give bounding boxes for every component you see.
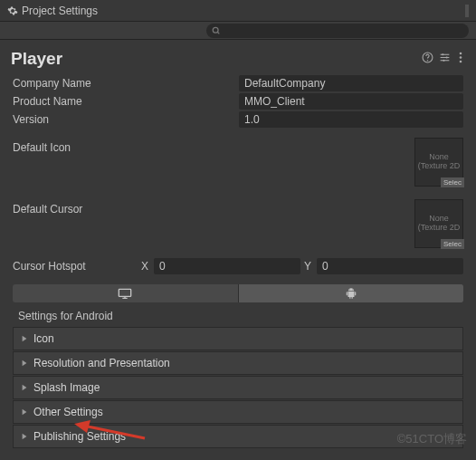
default-cursor-picker[interactable]: None (Texture 2D Selec [414, 199, 463, 248]
icon-select-button[interactable]: Selec [441, 177, 464, 187]
cursor-select-button[interactable]: Selec [441, 239, 464, 249]
chevron-right-icon [21, 384, 28, 391]
version-input[interactable] [239, 111, 463, 128]
version-label: Version [13, 113, 239, 126]
page-header: Player [0, 40, 476, 74]
svg-rect-5 [441, 57, 450, 58]
window-title: Project Settings [22, 5, 98, 17]
company-name-input[interactable] [239, 75, 463, 91]
svg-point-0 [213, 27, 218, 33]
product-name-row: Product Name [0, 92, 476, 110]
svg-rect-13 [119, 289, 131, 296]
svg-point-3 [427, 60, 428, 61]
svg-rect-4 [441, 54, 450, 55]
default-cursor-label: Default Cursor [13, 199, 239, 248]
default-icon-row: Default Icon None (Texture 2D Selec [0, 134, 476, 190]
cursor-hotspot-label: Cursor Hotspot [13, 260, 141, 273]
help-icon[interactable] [422, 52, 433, 66]
drag-handle-icon[interactable] [465, 5, 469, 17]
cursor-type-text: (Texture 2D [418, 224, 461, 233]
window-tab-bar: Project Settings [0, 0, 476, 22]
version-row: Version [0, 110, 476, 129]
page-title: Player [11, 49, 62, 69]
chevron-right-icon [21, 433, 28, 440]
chevron-right-icon [21, 335, 28, 342]
menu-icon[interactable] [456, 52, 465, 66]
platform-tabs [13, 284, 463, 302]
search-input[interactable] [206, 24, 469, 38]
product-name-input[interactable] [239, 93, 463, 110]
default-cursor-row: Default Cursor None (Texture 2D Selec [0, 196, 476, 252]
svg-point-11 [460, 56, 462, 59]
company-name-row: Company Name [0, 74, 476, 92]
foldout-publishing-label: Publishing Settings [33, 430, 126, 443]
foldout-resolution[interactable]: Resolution and Presentation [13, 351, 463, 375]
foldout-icon[interactable]: Icon [13, 327, 463, 350]
platform-tab-android[interactable] [239, 284, 464, 302]
settings-icon[interactable] [439, 52, 451, 66]
svg-point-16 [349, 290, 350, 291]
settings-for-label: Settings for Android [0, 302, 476, 326]
default-icon-label: Default Icon [13, 138, 239, 187]
foldout-other-settings[interactable]: Other Settings [13, 400, 463, 424]
platform-tab-standalone[interactable] [13, 284, 239, 302]
svg-point-8 [446, 56, 448, 58]
default-icon-picker[interactable]: None (Texture 2D Selec [414, 138, 463, 187]
x-label: X [141, 260, 148, 273]
icon-type-text: (Texture 2D [418, 162, 461, 171]
hotspot-y-input[interactable] [317, 258, 463, 274]
cursor-hotspot-row: Cursor Hotspot X Y [0, 257, 476, 275]
svg-line-1 [217, 32, 219, 34]
svg-point-17 [352, 290, 353, 291]
svg-point-10 [460, 53, 462, 55]
foldout-icon-label: Icon [33, 332, 54, 345]
foldout-other-label: Other Settings [33, 406, 103, 418]
svg-point-7 [442, 53, 443, 55]
search-bar [0, 22, 476, 40]
product-name-label: Product Name [13, 95, 239, 108]
y-label: Y [304, 260, 311, 273]
chevron-right-icon [21, 408, 28, 416]
foldout-publishing[interactable]: Publishing Settings [13, 425, 463, 448]
svg-point-9 [443, 60, 444, 62]
svg-point-12 [460, 61, 462, 63]
foldout-splash[interactable]: Splash Image [13, 376, 463, 399]
chevron-right-icon [21, 359, 28, 367]
foldout-resolution-label: Resolution and Presentation [33, 357, 170, 369]
foldout-splash-label: Splash Image [33, 381, 100, 394]
company-name-label: Company Name [13, 77, 239, 90]
gear-icon [7, 5, 18, 16]
hotspot-x-input[interactable] [154, 258, 300, 274]
